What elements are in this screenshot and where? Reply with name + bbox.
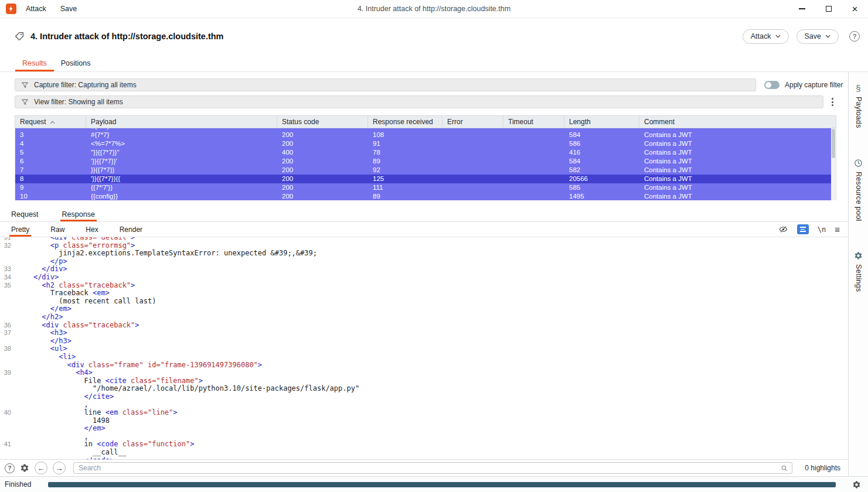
line-number: 37 (0, 329, 16, 337)
settings-icon (854, 251, 863, 260)
code-text: <h2 class="traceback"> (16, 282, 135, 290)
column-header-error[interactable]: Error (442, 116, 503, 128)
column-header-payload[interactable]: Payload (86, 116, 277, 128)
table-cell-timeout (503, 166, 564, 175)
newline-icon[interactable]: \n (818, 226, 826, 234)
tab-positions[interactable]: Positions (54, 54, 98, 71)
search-next-button[interactable]: → (53, 462, 66, 474)
code-line: </em> (0, 305, 848, 313)
table-cell-received: 91 (368, 139, 442, 148)
close-button[interactable]: × (842, 0, 868, 18)
table-row[interactable]: 8'}}{{7*7}}{{20012520566Contains a JWT (15, 175, 836, 183)
table-cell-error (442, 192, 503, 200)
tab-response[interactable]: Response (60, 207, 97, 221)
search-settings-icon[interactable] (20, 463, 29, 473)
table-scrollbar-thumb[interactable] (832, 129, 835, 158)
column-label: Length (569, 116, 591, 128)
sidebar-label-payloads: Payloads (855, 97, 863, 128)
maximize-button[interactable] (815, 0, 842, 18)
table-cell-error (442, 157, 503, 166)
search-input[interactable] (79, 464, 777, 472)
column-header-timeout[interactable]: Timeout (503, 116, 564, 128)
table-row[interactable]: 5"}}{{7*7}}"40078416Contains a JWT (15, 148, 836, 157)
table-cell-length: 20566 (564, 175, 639, 183)
column-header-response-received[interactable]: Response received (368, 116, 442, 128)
save-button[interactable]: Save (796, 29, 839, 44)
search-help-icon[interactable]: ? (5, 463, 15, 473)
table-cell-comment: Contains a JWT (639, 175, 836, 183)
column-header-request[interactable]: Request (15, 116, 86, 128)
menu-attack[interactable]: Attack (26, 5, 46, 13)
header-buttons: Attack Save (743, 29, 839, 44)
tab-positions-label: Positions (61, 59, 91, 67)
code-line: 32 <p class="errormsg"> (0, 242, 848, 250)
code-text: <h4> (16, 369, 93, 377)
sidebar-item-settings[interactable]: Settings (854, 251, 863, 292)
results-table-body: 2${7*7}20090585Contains a JWT3#{7*7}2001… (15, 128, 836, 200)
tab-raw[interactable]: Raw (49, 222, 66, 237)
line-number (0, 361, 16, 370)
line-number (0, 298, 16, 306)
sidebar-item-payloads[interactable]: § Payloads (855, 84, 863, 128)
capture-filter-bar[interactable]: Capture filter: Capturing all items (15, 78, 756, 91)
table-scrollbar[interactable] (831, 128, 836, 200)
eye-slash-icon[interactable] (778, 225, 788, 234)
code-text: <h3> (16, 329, 67, 337)
table-cell-status: 200 (277, 183, 368, 192)
editor-menu-icon[interactable]: ≡ (835, 225, 840, 234)
column-header-status[interactable]: Status code (277, 116, 368, 128)
line-number: 33 (0, 265, 16, 274)
response-code-view[interactable]: 31 <div class="detail">32 <p class="erro… (0, 237, 848, 459)
status-label: Finished (5, 480, 48, 488)
code-line: "/home/azrael/.local/lib/python3.10/site… (0, 385, 848, 393)
apply-capture-filter-label: Apply capture filter (785, 81, 843, 89)
line-number (0, 337, 16, 346)
table-row[interactable]: 6'}}{{7*7}}'20089584Contains a JWT (15, 157, 836, 166)
table-row[interactable]: 10{{config}}200891495Contains a JWT (15, 192, 836, 200)
statusbar-settings-icon[interactable] (852, 480, 861, 489)
column-header-length[interactable]: Length (564, 116, 639, 128)
editor-tabs: Pretty Raw Hex Render \n ≡ (0, 222, 848, 237)
table-cell-length: 584 (564, 131, 639, 139)
apply-capture-filter-toggle[interactable] (764, 81, 780, 89)
tab-pretty[interactable]: Pretty (9, 222, 31, 237)
pretty-format-icon[interactable] (797, 224, 809, 234)
code-line: 36 <div class="traceback"> (0, 322, 848, 330)
view-filter-bar[interactable]: View filter: Showing all items (15, 95, 823, 108)
tab-request[interactable]: Request (9, 207, 40, 221)
table-cell-error (442, 175, 503, 183)
sidebar-item-resource-pool[interactable]: Resource pool (854, 159, 863, 221)
view-filter-menu-icon[interactable] (830, 96, 835, 108)
table-cell-error (442, 139, 503, 148)
table-cell-error (442, 166, 503, 175)
column-label: Payload (91, 116, 116, 128)
code-line: 41 in <code class="function"> (0, 440, 848, 449)
window-title: 4. Intruder attack of http://storage.clo… (358, 5, 510, 13)
table-cell-status: 200 (277, 139, 368, 148)
tab-request-label: Request (11, 210, 39, 218)
line-number (0, 377, 16, 385)
help-icon[interactable]: ? (849, 31, 860, 42)
minimize-button[interactable] (789, 0, 815, 18)
chevron-down-icon (825, 35, 830, 38)
search-prev-button[interactable]: ← (35, 462, 47, 474)
attack-button[interactable]: Attack (743, 29, 789, 44)
tab-results-label: Results (22, 59, 47, 67)
table-row[interactable]: 3#{7*7}200108584Contains a JWT (15, 131, 836, 139)
tab-hex-label: Hex (86, 226, 98, 234)
table-row[interactable]: 9{{7*'7'}}200111585Contains a JWT (15, 183, 836, 192)
code-text: <div class="frame" id="frame-13969149739… (16, 361, 262, 370)
maximize-icon (826, 6, 832, 12)
tab-results[interactable]: Results (15, 54, 54, 71)
code-text: File <cite class="filename"> (16, 377, 203, 385)
line-number: 32 (0, 242, 16, 250)
menu-save[interactable]: Save (60, 5, 77, 13)
table-row[interactable]: 4<%=7*7%>20091586Contains a JWT (15, 139, 836, 148)
table-row[interactable]: 7}}{{7*7}}20092582Contains a JWT (15, 166, 836, 175)
table-cell-error (442, 183, 503, 192)
code-text: "/home/azrael/.local/lib/python3.10/site… (16, 385, 359, 393)
editor-search-bar: ? ← → 0 highlights (0, 459, 848, 476)
column-header-comment[interactable]: Comment (639, 116, 836, 128)
tab-render[interactable]: Render (118, 222, 144, 237)
tab-hex[interactable]: Hex (84, 222, 100, 237)
